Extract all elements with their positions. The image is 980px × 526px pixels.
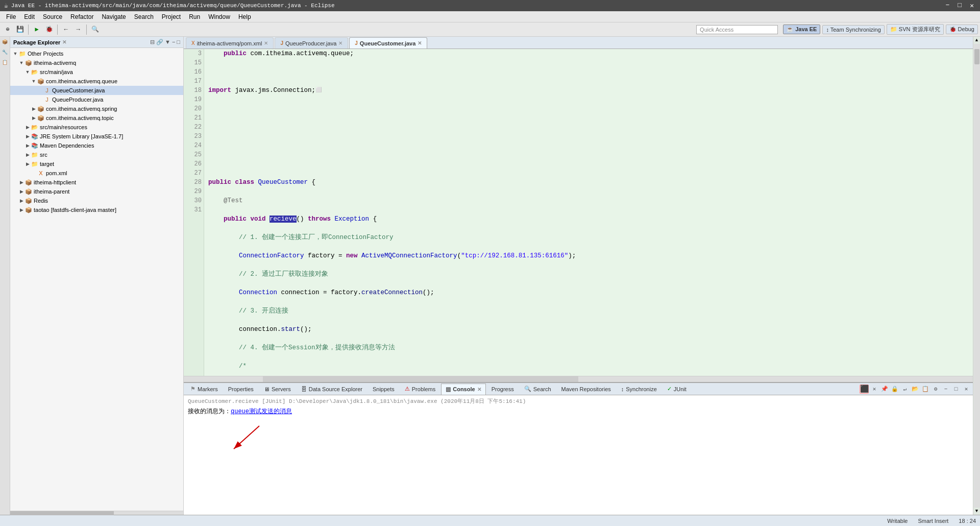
tree-arrow-other-projects: ▼: [12, 51, 18, 56]
tab-icon-customer: J: [355, 40, 358, 46]
bottom-tab-console[interactable]: ▥ Console ✕: [441, 384, 485, 395]
console-open-file-btn[interactable]: 📂: [911, 385, 920, 394]
scroll-down-btn[interactable]: ▼: [974, 508, 979, 515]
package-explorer-scrollbar[interactable]: [10, 511, 183, 515]
bottom-tab-servers[interactable]: 🖥 Servers: [259, 384, 296, 395]
bottom-tab-search[interactable]: 🔍 Search: [520, 384, 556, 395]
menu-run[interactable]: Run: [185, 12, 204, 21]
tree-item-spring-package[interactable]: ▶ 📦 com.itheima.activemq.spring: [10, 104, 183, 113]
console-copy-btn[interactable]: 📋: [921, 385, 930, 394]
quick-access-input[interactable]: Quick Access: [696, 25, 778, 34]
menu-search[interactable]: Search: [130, 12, 158, 21]
maven-repos-label: Maven Repositories: [561, 386, 611, 392]
minimize-button[interactable]: −: [944, 2, 952, 10]
pe-collapse-btn[interactable]: ⊟: [150, 39, 155, 45]
left-icon-1[interactable]: 📦: [1, 38, 9, 46]
tree-item-queue-customer[interactable]: J QueueCustomer.java: [10, 86, 183, 95]
menu-edit[interactable]: Edit: [20, 12, 39, 21]
close-button[interactable]: ✕: [968, 2, 976, 10]
bottom-tab-junit[interactable]: ✓ JUnit: [663, 384, 691, 395]
console-close-icon[interactable]: ✕: [477, 387, 481, 392]
tree-item-topic-package[interactable]: ▶ 📦 com.itheima.activemq.topic: [10, 113, 183, 123]
menu-help[interactable]: Help: [234, 12, 255, 21]
tree-item-redis[interactable]: ▶ 📦 Redis: [10, 196, 183, 205]
run-button[interactable]: ▶: [31, 24, 42, 35]
bottom-panel-max-btn[interactable]: □: [951, 385, 961, 394]
code-editor[interactable]: 3 15 16 17 18 19 20 21 22 23 24 25 26 27…: [184, 49, 973, 376]
tree-item-other-projects[interactable]: ▼ 📁 Other Projects: [10, 49, 183, 58]
tree-item-queue-package[interactable]: ▼ 📦 com.itheima.activemq.queue: [10, 77, 183, 86]
maximize-button[interactable]: □: [955, 2, 964, 10]
console-pin-btn[interactable]: 📌: [880, 385, 889, 394]
bottom-panel-close-btn[interactable]: ✕: [962, 385, 971, 394]
tree-arrow-spring-pkg: ▶: [31, 106, 37, 111]
forward-button[interactable]: →: [72, 24, 84, 35]
new-button[interactable]: ⊕: [2, 24, 13, 35]
tree-item-parent[interactable]: ▶ 📦 itheima-parent: [10, 187, 183, 196]
editor-scrollbar[interactable]: [184, 376, 973, 382]
scroll-up-btn[interactable]: ▲: [974, 37, 979, 44]
tab-close-customer[interactable]: ✕: [418, 40, 422, 46]
tree-item-src-main-java[interactable]: ▼ 📂 src/main/java: [10, 67, 183, 77]
perspective-team-sync[interactable]: ↕ Team Synchronizing: [822, 25, 884, 34]
menu-refactor[interactable]: Refactor: [66, 12, 97, 21]
perspective-debug[interactable]: 🐞 Debug: [946, 25, 978, 34]
tree-item-httpclient[interactable]: ▶ 📦 itheima-httpclient: [10, 178, 183, 187]
search-toolbar-icon[interactable]: 🔍: [89, 24, 101, 35]
tab-close-producer[interactable]: ✕: [338, 40, 342, 46]
tab-close-pom[interactable]: ✕: [264, 40, 268, 46]
bottom-tab-snippets[interactable]: Snippets: [368, 384, 399, 395]
tree-item-pom[interactable]: X pom.xml: [10, 169, 183, 178]
arrow-annotation-svg: [218, 421, 280, 462]
menu-project[interactable]: Project: [158, 12, 185, 21]
pe-min-btn[interactable]: −: [172, 39, 175, 45]
menu-navigate[interactable]: Navigate: [97, 12, 130, 21]
java-file-icon-queue-producer: J: [43, 95, 51, 104]
code-content[interactable]: public com.itheima.activemq.queue; impor…: [204, 49, 973, 376]
menu-file[interactable]: File: [2, 12, 20, 21]
console-options-btn[interactable]: ⚙: [931, 385, 940, 394]
perspective-svn[interactable]: 📁 SVN 资源库研究: [887, 24, 944, 35]
tree-item-target[interactable]: ▶ 📁 target: [10, 159, 183, 169]
menu-window[interactable]: Window: [204, 12, 234, 21]
tree-item-maven-deps[interactable]: ▶ 📚 Maven Dependencies: [10, 141, 183, 150]
tab-queue-customer[interactable]: J QueueCustomer.java ✕: [349, 37, 427, 49]
data-source-label: Data Source Explorer: [309, 386, 362, 392]
tab-queue-producer[interactable]: J QueueProducer.java ✕: [275, 37, 348, 49]
tree-item-itheima-activemq[interactable]: ▼ 📦 itheima-activemq: [10, 58, 183, 67]
bottom-tab-maven-repos[interactable]: Maven Repositories: [557, 384, 616, 395]
bottom-panel-action-icons: ⬛ ✕ 📌 🔒 ↵ 📂 📋 ⚙ − □ ✕: [860, 385, 971, 394]
editor-right-scrollbar[interactable]: ▲ ▼: [973, 37, 980, 515]
left-icon-3[interactable]: 📋: [1, 58, 9, 66]
bottom-tab-synchronize[interactable]: ↕ Synchronize: [617, 384, 662, 395]
left-icon-2[interactable]: 🔧: [1, 48, 9, 56]
status-writable: Writable: [887, 518, 908, 524]
pe-menu-btn[interactable]: ▼: [165, 39, 170, 45]
bottom-tab-data-source[interactable]: 🗄 Data Source Explorer: [297, 384, 367, 395]
tree-item-resources[interactable]: ▶ 📂 src/main/resources: [10, 123, 183, 132]
debug-button[interactable]: 🐞: [43, 24, 55, 35]
tree-item-jre[interactable]: ▶ 📚 JRE System Library [JavaSE-1.7]: [10, 132, 183, 141]
tree-item-src[interactable]: ▶ 📁 src: [10, 150, 183, 159]
console-scroll-lock-btn[interactable]: 🔒: [890, 385, 899, 394]
bottom-panel-min-btn[interactable]: −: [941, 385, 950, 394]
bottom-tab-progress[interactable]: Progress: [487, 384, 519, 395]
back-button[interactable]: ←: [60, 24, 71, 35]
save-button[interactable]: 💾: [14, 24, 26, 35]
bottom-tab-markers[interactable]: ⚑ Markers: [186, 384, 223, 395]
menu-source[interactable]: Source: [39, 12, 66, 21]
console-clear-btn[interactable]: ✕: [870, 385, 879, 394]
tree-item-taotao[interactable]: ▶ 📦 taotao [fastdfs-client-java master]: [10, 205, 183, 214]
tab-pom-xml[interactable]: X itheima-activemq/pom.xml ✕: [186, 37, 274, 49]
tree-item-queue-producer[interactable]: J QueueProducer.java: [10, 95, 183, 104]
perspective-javaee[interactable]: ☕ Java EE: [783, 25, 820, 34]
console-word-wrap-btn[interactable]: ↵: [900, 385, 910, 394]
menu-bar: File Edit Source Refactor Navigate Searc…: [0, 11, 980, 22]
bottom-tab-properties[interactable]: Properties: [224, 384, 258, 395]
console-stop-btn[interactable]: ⬛: [860, 385, 869, 394]
pe-max-btn[interactable]: □: [177, 39, 180, 45]
pe-link-btn[interactable]: 🔗: [156, 39, 163, 45]
scroll-thumb[interactable]: [974, 49, 979, 64]
bottom-tab-problems[interactable]: ⚠ Problems: [400, 384, 440, 395]
title-bar-controls[interactable]: − □ ✕: [944, 2, 976, 10]
